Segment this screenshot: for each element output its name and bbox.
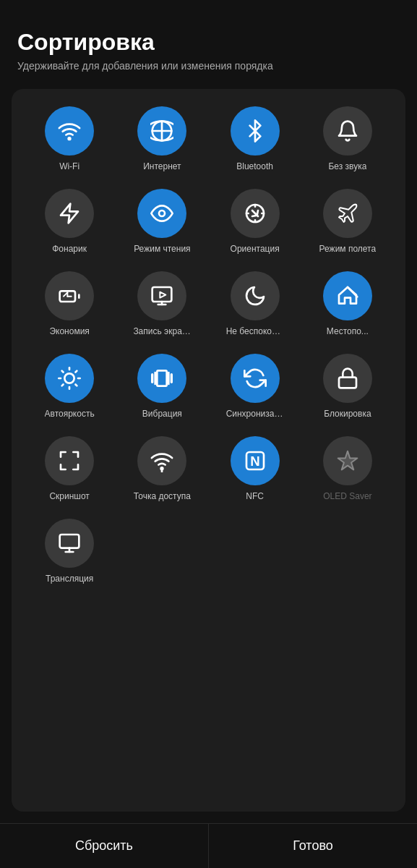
svg-line-25 — [62, 384, 64, 386]
tile-label-orientation: Ориентация — [231, 244, 280, 254]
tile-label-reading: Режим чтения — [134, 244, 190, 254]
tile-hotspot[interactable]: Точка доступа — [116, 436, 208, 501]
page-subtitle: Удерживайте для добавления или изменения… — [17, 60, 400, 72]
tile-label-bluetooth: Bluetooth — [236, 161, 273, 171]
tile-label-screenshot: Скриншот — [49, 491, 89, 501]
tile-reading[interactable]: Режим чтения — [116, 189, 208, 254]
tile-wifi[interactable]: Wi-Fi — [23, 106, 116, 171]
tile-screenrecord[interactable]: Запись экрана — [116, 271, 208, 336]
tile-bluetooth[interactable]: Bluetooth — [209, 106, 301, 171]
icon-circle-silent — [323, 106, 372, 156]
svg-rect-11 — [152, 287, 172, 302]
tile-lock[interactable]: Блокировка — [301, 354, 394, 419]
tile-label-silent: Без звука — [328, 161, 366, 171]
tile-label-brightness: Автояркость — [45, 409, 95, 419]
tile-sync[interactable]: Синхронизация — [209, 354, 301, 419]
tiles-card: Wi-Fi Интернет Bluetooth Без звука Фонар… — [12, 89, 405, 812]
tile-screenshot[interactable]: Скриншот — [23, 436, 116, 501]
tile-label-flashlight: Фонарик — [52, 244, 87, 254]
icon-circle-lock — [323, 354, 372, 403]
footer-actions: Сбросить Готово — [0, 823, 417, 868]
icon-circle-bluetooth — [231, 106, 280, 156]
icon-circle-wifi — [45, 106, 94, 156]
svg-marker-15 — [339, 287, 356, 304]
tile-label-airplane: Режим полета — [319, 244, 377, 254]
svg-text:N: N — [250, 454, 259, 469]
tile-battery[interactable]: Экономия — [23, 271, 116, 336]
tile-label-screenrecord: Запись экрана — [133, 326, 191, 336]
icon-circle-screenshot — [45, 436, 94, 485]
icon-circle-orientation — [231, 189, 280, 238]
icon-circle-dnd — [231, 271, 280, 320]
icon-circle-vibration — [137, 354, 186, 403]
tile-silent[interactable]: Без звука — [301, 106, 394, 171]
icon-circle-internet — [137, 106, 186, 156]
svg-line-16 — [348, 287, 357, 297]
icon-circle-hotspot — [137, 436, 186, 485]
icon-circle-reading — [137, 189, 186, 238]
tile-label-vibration: Вибрация — [142, 409, 182, 419]
icon-circle-nfc: N — [231, 436, 280, 485]
tile-label-internet: Интернет — [143, 161, 181, 171]
svg-rect-32 — [339, 378, 356, 388]
tile-label-nfc: NFC — [246, 491, 264, 501]
icon-circle-oledsaver — [323, 436, 372, 485]
icon-circle-brightness — [45, 354, 94, 403]
tile-label-hotspot: Точка доступа — [134, 491, 191, 501]
icon-circle-airplane — [323, 189, 372, 238]
tile-flashlight[interactable]: Фонарик — [23, 189, 116, 254]
svg-marker-12 — [160, 292, 166, 298]
svg-rect-37 — [60, 535, 79, 548]
tile-orientation[interactable]: Ориентация — [209, 189, 301, 254]
tile-oledsaver[interactable]: OLED Saver — [301, 436, 394, 501]
icon-circle-location — [323, 271, 372, 320]
tile-label-sync: Синхронизация — [226, 409, 284, 419]
tile-cast[interactable]: Трансляция — [23, 519, 116, 584]
done-button[interactable]: Готово — [209, 824, 417, 868]
page-title: Сортировка — [17, 29, 400, 56]
tile-vibration[interactable]: Вибрация — [116, 354, 208, 419]
svg-rect-27 — [158, 370, 167, 386]
tile-label-wifi: Wi-Fi — [59, 161, 79, 171]
svg-marker-4 — [61, 204, 78, 224]
icon-circle-screenrecord — [137, 271, 186, 320]
svg-line-22 — [76, 384, 77, 386]
tile-label-oledsaver: OLED Saver — [323, 491, 371, 501]
svg-point-0 — [69, 137, 71, 140]
tile-location[interactable]: Местопо... — [301, 271, 394, 336]
svg-line-26 — [76, 371, 77, 373]
tile-brightness[interactable]: Автояркость — [23, 354, 116, 419]
page-header: Сортировка Удерживайте для добавления ил… — [0, 0, 417, 83]
tile-label-battery: Экономия — [49, 326, 89, 336]
tile-label-lock: Блокировка — [324, 409, 371, 419]
tile-internet[interactable]: Интернет — [116, 106, 208, 171]
icon-circle-battery — [45, 271, 94, 320]
tile-airplane[interactable]: Режим полета — [301, 189, 394, 254]
tile-label-location: Местопо... — [327, 326, 369, 336]
reset-button[interactable]: Сбросить — [0, 824, 208, 868]
svg-point-5 — [159, 210, 165, 216]
icon-circle-flashlight — [45, 189, 94, 238]
tile-dnd[interactable]: Не беспокоить е — [209, 271, 301, 336]
tile-label-dnd: Не беспокоить е — [226, 326, 284, 336]
tiles-grid: Wi-Fi Интернет Bluetooth Без звука Фонар… — [23, 106, 394, 584]
icon-circle-cast — [45, 519, 94, 568]
svg-line-21 — [62, 371, 64, 373]
svg-point-18 — [64, 373, 74, 383]
icon-circle-sync — [231, 354, 280, 403]
tile-nfc[interactable]: N NFC — [209, 436, 301, 501]
tile-label-cast: Трансляция — [46, 574, 93, 584]
